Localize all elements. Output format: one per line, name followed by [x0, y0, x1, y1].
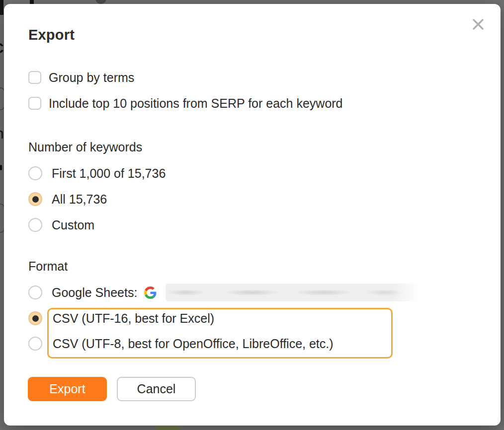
export-dialog: Export Group by terms Include top 10 pos… [4, 4, 501, 426]
background-text-fragment [0, 165, 2, 170]
csv-utf16-radio[interactable] [28, 311, 42, 325]
cancel-button[interactable]: Cancel [117, 377, 196, 401]
background-help-icon [95, 0, 106, 4]
background-text-fragment: C [0, 40, 4, 57]
redacted-account-fade [394, 282, 424, 303]
format-option-google-sheets[interactable]: Google Sheets: [28, 286, 161, 299]
include-serp-positions-checkbox[interactable] [28, 97, 41, 110]
csv-utf8-radio[interactable] [28, 337, 42, 351]
dialog-title: Export [28, 27, 75, 43]
format-section-label: Format [28, 259, 68, 274]
google-logo-icon [144, 287, 157, 299]
radio-label: CSV (UTF-16, best for Excel) [53, 311, 214, 326]
keywords-option-all[interactable]: All 15,736 [28, 192, 107, 206]
radio-label: Custom [52, 218, 94, 232]
close-button[interactable] [471, 16, 488, 33]
group-by-terms-checkbox[interactable] [28, 71, 41, 84]
checkbox-label: Include top 10 positions from SERP for e… [49, 96, 343, 111]
radio-label: CSV (UTF-8, best for OpenOffice, LibreOf… [53, 337, 334, 351]
radio-label: Google Sheets: [52, 286, 137, 300]
checkbox-label: Group by terms [49, 71, 134, 85]
keywords-option-first-1000[interactable]: First 1,000 of 15,736 [28, 166, 166, 180]
keywords-option-custom[interactable]: Custom [28, 218, 94, 232]
group-by-terms-option[interactable]: Group by terms [28, 71, 134, 84]
all-keywords-radio[interactable] [28, 192, 42, 206]
include-serp-positions-option[interactable]: Include top 10 positions from SERP for e… [28, 96, 343, 110]
keywords-section-label: Number of keywords [28, 140, 142, 154]
radio-dot [32, 196, 39, 203]
export-button[interactable]: Export [28, 377, 107, 401]
radio-label: All 15,736 [52, 192, 107, 207]
custom-keywords-radio[interactable] [28, 218, 42, 232]
format-option-csv-utf16[interactable]: CSV (UTF-16, best for Excel) [28, 311, 214, 325]
radio-label: First 1,000 of 15,736 [52, 166, 166, 181]
close-icon [471, 17, 488, 32]
format-option-csv-utf8[interactable]: CSV (UTF-8, best for OpenOffice, LibreOf… [28, 337, 334, 351]
redacted-google-account [166, 284, 420, 301]
radio-dot [32, 315, 39, 322]
background-text-fragment [0, 0, 3, 15]
google-sheets-radio[interactable] [28, 286, 42, 299]
background-text-fragment [30, 0, 34, 4]
background-text-fragment: n [0, 125, 4, 142]
first-1000-radio[interactable] [28, 166, 42, 180]
